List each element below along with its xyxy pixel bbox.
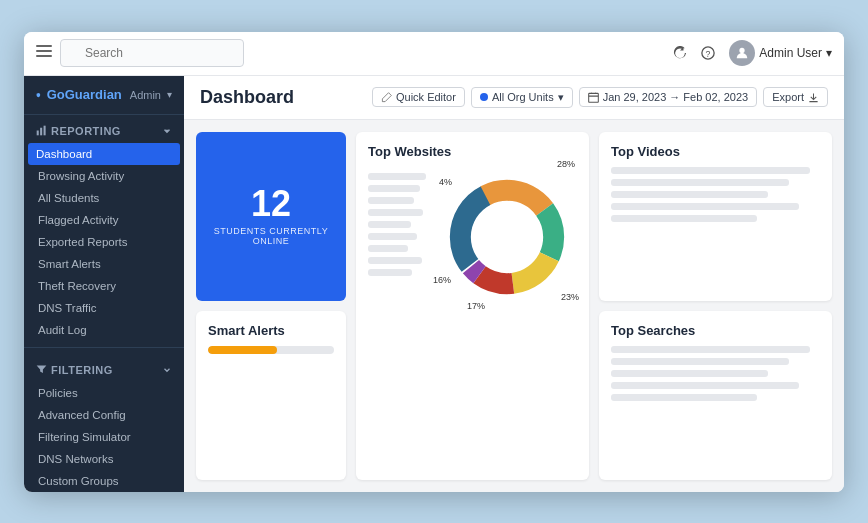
help-icon[interactable]: ? <box>701 46 715 60</box>
chart-label-28: 28% <box>557 159 575 169</box>
search-bar-5 <box>611 394 757 401</box>
sidebar-item-exported-reports[interactable]: Exported Reports <box>24 231 184 253</box>
video-bar-3 <box>611 191 768 198</box>
website-bar-8 <box>368 257 422 264</box>
website-bar-4 <box>368 209 423 216</box>
sidebar-item-smart-alerts[interactable]: Smart Alerts <box>24 253 184 275</box>
menu-icon[interactable] <box>36 43 52 63</box>
date-range-button[interactable]: Jan 29, 2023 → Feb 02, 2023 <box>579 87 758 107</box>
students-count: 12 <box>251 186 291 222</box>
website-bar-7 <box>368 245 408 252</box>
filtering-section-header: Filtering <box>24 354 184 382</box>
search-wrap <box>60 39 380 67</box>
topbar-right: ? Admin User ▾ <box>673 40 832 66</box>
svg-point-21 <box>474 204 539 269</box>
website-bar-3 <box>368 197 414 204</box>
top-searches-title: Top Searches <box>611 323 820 338</box>
svg-rect-8 <box>37 131 39 136</box>
smart-alerts-bar <box>208 346 334 354</box>
refresh-icon[interactable] <box>673 46 687 60</box>
svg-rect-2 <box>36 55 52 57</box>
sidebar-item-browsing-activity[interactable]: Browsing Activity <box>24 165 184 187</box>
brand-chevron-icon: ▾ <box>167 89 172 100</box>
top-videos-card: Top Videos <box>599 132 832 301</box>
user-chevron-icon: ▾ <box>826 46 832 60</box>
brand-role: Admin <box>130 89 161 101</box>
top-videos-bars <box>611 167 820 222</box>
quick-editor-button[interactable]: Quick Editor <box>372 87 465 107</box>
avatar <box>729 40 755 66</box>
sidebar-item-advanced-config[interactable]: Advanced Config <box>24 404 184 426</box>
sidebar-brand[interactable]: GoGuardian Admin ▾ <box>24 76 184 115</box>
filter-icon <box>36 364 47 375</box>
smart-alerts-card: Smart Alerts <box>196 311 346 480</box>
sidebar-item-theft-recovery[interactable]: Theft Recovery <box>24 275 184 297</box>
search-input[interactable] <box>60 39 244 67</box>
sidebar-divider <box>24 347 184 348</box>
svg-text:?: ? <box>706 49 711 59</box>
website-bar-6 <box>368 233 417 240</box>
svg-rect-0 <box>36 45 52 47</box>
top-websites-bars <box>368 173 429 276</box>
header-controls: Quick Editor All Org Units ▾ <box>372 87 828 108</box>
admin-user-menu[interactable]: Admin User ▾ <box>729 40 832 66</box>
top-websites-title: Top Websites <box>368 144 577 159</box>
search-bar-4 <box>611 382 799 389</box>
top-websites-content: 28% 23% 17% 16% 4% <box>368 167 577 307</box>
edit-icon <box>381 92 392 103</box>
shield-icon <box>36 88 41 102</box>
sidebar-item-filtering-simulator[interactable]: Filtering Simulator <box>24 426 184 448</box>
chart-label-4: 4% <box>439 177 452 187</box>
smart-alerts-fill <box>208 346 277 354</box>
reporting-collapse-icon[interactable] <box>162 126 172 136</box>
top-searches-bars <box>611 346 820 401</box>
export-button[interactable]: Export <box>763 87 828 107</box>
sidebar-item-dns-networks[interactable]: DNS Networks <box>24 448 184 470</box>
download-icon <box>808 92 819 103</box>
chart-label-17: 17% <box>467 301 485 311</box>
sidebar: GoGuardian Admin ▾ Reporting <box>24 76 184 492</box>
filtering-label: Filtering <box>51 364 113 376</box>
search-bar-2 <box>611 358 789 365</box>
org-units-button[interactable]: All Org Units ▾ <box>471 87 573 108</box>
students-online-card: 12 STUDENTS CURRENTLY ONLINE <box>196 132 346 301</box>
top-searches-card: Top Searches <box>599 311 832 480</box>
video-bar-5 <box>611 215 757 222</box>
sidebar-item-dns-traffic[interactable]: DNS Traffic <box>24 297 184 319</box>
sidebar-item-custom-groups[interactable]: Custom Groups <box>24 470 184 492</box>
reporting-section-header: Reporting <box>24 115 184 143</box>
video-bar-1 <box>611 167 810 174</box>
dashboard-grid: 12 STUDENTS CURRENTLY ONLINE Smart Alert… <box>184 120 844 492</box>
reporting-label: Reporting <box>51 125 121 137</box>
brand-name: GoGuardian <box>47 87 122 102</box>
svg-rect-10 <box>44 126 46 136</box>
sidebar-item-audit-log[interactable]: Audit Log <box>24 319 184 341</box>
calendar-icon <box>588 92 599 103</box>
sidebar-item-all-students[interactable]: All Students <box>24 187 184 209</box>
website-bar-2 <box>368 185 420 192</box>
bar-chart-icon <box>36 125 47 136</box>
website-bar-1 <box>368 173 426 180</box>
donut-chart <box>437 167 577 307</box>
chart-label-16: 16% <box>433 275 451 285</box>
chart-label-23: 23% <box>561 292 579 302</box>
topbar: ? Admin User ▾ <box>24 32 844 76</box>
sidebar-item-policies[interactable]: Policies <box>24 382 184 404</box>
main-layout: GoGuardian Admin ▾ Reporting <box>24 76 844 492</box>
sidebar-item-dashboard[interactable]: Dashboard <box>28 143 180 165</box>
sidebar-item-flagged-activity[interactable]: Flagged Activity <box>24 209 184 231</box>
top-websites-card: Top Websites <box>356 132 589 480</box>
search-bar-3 <box>611 370 768 377</box>
page-title: Dashboard <box>200 87 294 108</box>
students-label: STUDENTS CURRENTLY ONLINE <box>196 226 346 246</box>
content-area: Dashboard Quick Editor All Org Units ▾ <box>184 76 844 492</box>
svg-point-7 <box>740 48 745 53</box>
top-videos-title: Top Videos <box>611 144 820 159</box>
svg-rect-11 <box>588 93 598 102</box>
filtering-collapse-icon[interactable] <box>162 365 172 375</box>
svg-rect-9 <box>40 128 42 136</box>
website-bar-9 <box>368 269 412 276</box>
org-units-dot <box>480 93 488 101</box>
content-header: Dashboard Quick Editor All Org Units ▾ <box>184 76 844 120</box>
svg-rect-1 <box>36 50 52 52</box>
